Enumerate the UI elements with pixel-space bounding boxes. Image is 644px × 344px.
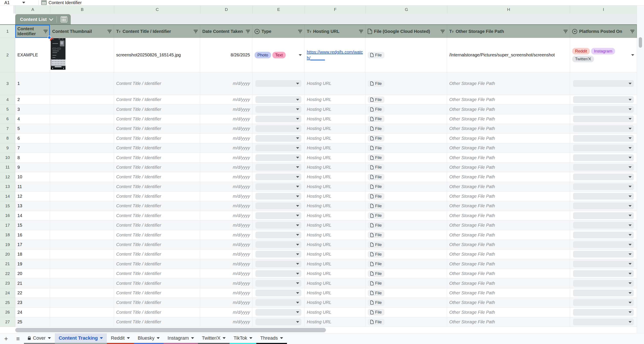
cell-dropdown-icon[interactable] — [296, 215, 299, 216]
cell-type[interactable] — [252, 259, 304, 269]
cell-content-title[interactable]: Content Title / Identifier — [114, 308, 200, 317]
cell-content-thumbnail[interactable] — [50, 143, 114, 153]
sheet-tab-twitter-x[interactable]: Twitter/X — [198, 333, 230, 344]
cell-content-title[interactable]: Content Title / Identifier — [114, 163, 200, 172]
type-dropdown[interactable] — [256, 270, 301, 277]
sheet-tab-threads[interactable]: Threads — [256, 333, 287, 344]
cell-content-thumbnail[interactable] — [50, 278, 114, 288]
cell-storage-path[interactable]: Other Storage File Path — [447, 163, 570, 172]
column-header-other-storage-file-path[interactable]: TTOther Storage File Path — [447, 25, 570, 38]
filter-icon[interactable] — [440, 30, 445, 33]
platforms-dropdown[interactable] — [573, 96, 634, 103]
cell-file[interactable]: File — [366, 192, 447, 201]
cell-file[interactable]: File — [366, 211, 447, 221]
cell-file[interactable]: File — [366, 38, 447, 72]
add-sheet-button[interactable]: + — [0, 333, 12, 344]
cell-dropdown-icon[interactable] — [296, 83, 299, 85]
cell-storage-path[interactable]: Other Storage File Path — [447, 105, 570, 114]
type-dropdown[interactable] — [256, 145, 301, 151]
platforms-dropdown[interactable] — [573, 193, 634, 200]
row-number[interactable]: 13 — [0, 182, 15, 192]
type-dropdown[interactable] — [256, 125, 301, 132]
cell-file[interactable]: File — [366, 201, 447, 211]
cell-file[interactable]: File — [366, 95, 447, 105]
cell-content-identifier[interactable]: 5 — [15, 124, 50, 133]
cell-type[interactable]: PhotoText — [252, 38, 304, 72]
cell-file[interactable]: File — [366, 124, 447, 133]
cell-content-identifier[interactable]: 23 — [15, 298, 50, 307]
sheet-tab-dropdown-icon[interactable] — [222, 337, 226, 339]
cell-content-title[interactable]: Content Title / Identifier — [114, 143, 200, 153]
cell-content-title[interactable]: Content Title / Identifier — [114, 269, 200, 278]
column-header-letter-E[interactable]: E — [252, 6, 305, 14]
cell-dropdown-icon[interactable] — [628, 253, 632, 255]
cell-dropdown-icon[interactable] — [628, 311, 632, 313]
platforms-dropdown[interactable] — [573, 80, 634, 87]
cell-platforms[interactable] — [570, 153, 637, 162]
column-header-file-google-cloud-hosted-[interactable]: File (Google Cloud Hosted) — [366, 25, 447, 38]
platforms-dropdown[interactable] — [573, 106, 634, 113]
row-number[interactable]: 25 — [0, 298, 15, 307]
cell-type[interactable] — [252, 143, 304, 153]
cell-hosting-url[interactable]: Hosting URL — [304, 95, 366, 105]
cell-file[interactable]: File — [366, 114, 447, 124]
cell-type[interactable] — [252, 201, 304, 211]
cell-type[interactable] — [252, 221, 304, 230]
cell-date-taken[interactable]: m/d/yyyy — [200, 317, 252, 327]
cell-hosting-url[interactable]: Hosting URL — [304, 153, 366, 162]
cell-storage-path[interactable]: Other Storage File Path — [447, 298, 570, 307]
cell-platforms[interactable] — [570, 192, 637, 201]
cell-storage-path[interactable]: Other Storage File Path — [447, 124, 570, 133]
cell-dropdown-icon[interactable] — [628, 282, 632, 284]
cell-dropdown-icon[interactable] — [628, 263, 632, 265]
cell-content-identifier[interactable]: 6 — [15, 134, 50, 143]
platforms-dropdown[interactable] — [573, 251, 634, 258]
row-number[interactable]: 2 — [0, 38, 15, 72]
cell-dropdown-icon[interactable] — [296, 321, 299, 323]
row-number[interactable]: 10 — [0, 153, 15, 162]
cell-storage-path[interactable]: Other Storage File Path — [447, 143, 570, 153]
cell-platforms[interactable] — [570, 298, 637, 307]
cell-dropdown-icon[interactable] — [628, 292, 632, 294]
cell-date-taken[interactable]: m/d/yyyy — [200, 192, 252, 201]
cell-dropdown-icon[interactable] — [628, 302, 632, 303]
cell-dropdown-icon[interactable] — [628, 108, 632, 110]
platforms-dropdown[interactable] — [573, 202, 634, 209]
row-number[interactable]: 7 — [0, 124, 15, 133]
cell-hosting-url[interactable]: Hosting URL — [304, 317, 366, 327]
cell-date-taken[interactable]: m/d/yyyy — [200, 249, 252, 259]
cell-file[interactable]: File — [366, 230, 447, 240]
cell-hosting-url[interactable]: Hosting URL — [304, 298, 366, 307]
cell-file[interactable]: File — [366, 182, 447, 192]
type-dropdown[interactable] — [256, 251, 301, 258]
platforms-dropdown[interactable] — [573, 318, 634, 325]
row-number[interactable]: 1 — [0, 25, 15, 38]
platforms-dropdown[interactable] — [573, 299, 634, 306]
type-dropdown[interactable] — [256, 202, 301, 209]
cell-file[interactable]: File — [366, 143, 447, 153]
filter-icon[interactable] — [246, 30, 250, 33]
vertical-scrollbar[interactable] — [637, 6, 644, 333]
sheet-tab-bluesky[interactable]: Bluesky — [134, 333, 164, 344]
sheet-tab-reddit[interactable]: Reddit — [107, 333, 134, 344]
cell-dropdown-icon[interactable] — [296, 253, 299, 255]
cell-type[interactable] — [252, 230, 304, 240]
cell-content-title[interactable]: Content Title / Identifier — [114, 105, 200, 114]
cell-content-thumbnail[interactable] — [50, 163, 114, 172]
cell-storage-path[interactable]: Other Storage File Path — [447, 192, 570, 201]
platforms-dropdown[interactable] — [573, 164, 634, 171]
cell-storage-path[interactable]: Other Storage File Path — [447, 269, 570, 278]
type-dropdown[interactable] — [256, 241, 301, 248]
cell-hosting-url[interactable]: Hosting URL — [304, 278, 366, 288]
column-header-letter-D[interactable]: D — [200, 6, 252, 14]
platforms-dropdown[interactable] — [573, 135, 634, 142]
cell-content-title[interactable]: Content Title / Identifier — [114, 134, 200, 143]
cell-date-taken[interactable]: m/d/yyyy — [200, 105, 252, 114]
cell-dropdown-icon[interactable] — [628, 273, 632, 274]
horizontal-scrollbar[interactable] — [0, 327, 637, 333]
column-header-letter-F[interactable]: F — [305, 6, 366, 14]
cell-content-title[interactable]: Content Title / Identifier — [114, 201, 200, 211]
cell-dropdown-icon[interactable] — [296, 292, 299, 294]
cell-content-title[interactable]: Content Title / Identifier — [114, 114, 200, 124]
cell-dropdown-icon[interactable] — [296, 147, 299, 149]
